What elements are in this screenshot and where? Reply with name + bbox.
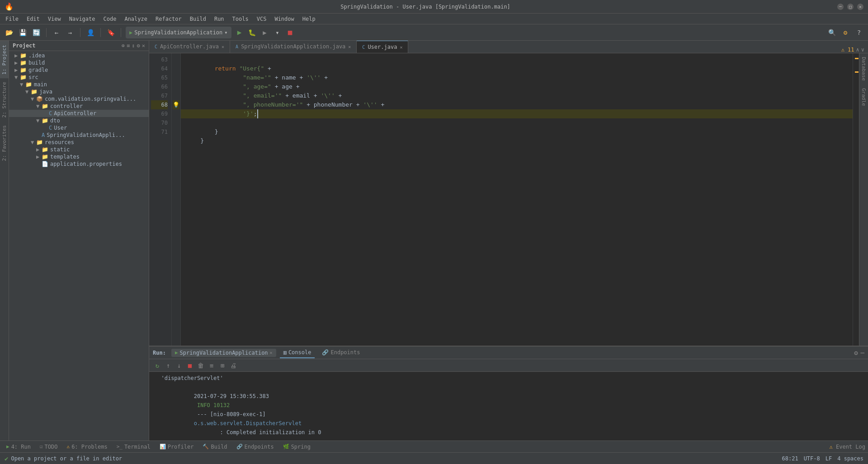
footer-tab-endpoints[interactable]: 🔗 Endpoints: [233, 443, 278, 451]
footer-tab-spring[interactable]: 🌿 Spring: [279, 443, 314, 451]
footer-tab-todo[interactable]: ☑ TODO: [36, 443, 61, 451]
toolbar-vcs-button[interactable]: 👤: [85, 27, 96, 38]
toolbar-open-button[interactable]: 📂: [4, 27, 14, 38]
cursor-position[interactable]: 68:21: [782, 455, 798, 462]
footer-tab-profiler[interactable]: 📊 Profiler: [156, 443, 198, 451]
menu-code[interactable]: Code: [100, 15, 120, 23]
gutter-warning-1: [855, 58, 859, 59]
settings-button[interactable]: ⚙: [840, 27, 851, 38]
gradle-panel-tab[interactable]: Gradle: [859, 84, 868, 110]
tree-item-controller[interactable]: ▼ 📁 controller: [9, 103, 149, 110]
scroll-up-button[interactable]: ↑: [164, 361, 173, 370]
tab-apicontroller-close[interactable]: ✕: [222, 44, 224, 49]
bottom-tab-console[interactable]: ▥ Console: [280, 347, 315, 358]
menu-edit[interactable]: Edit: [23, 15, 43, 23]
tree-item-main[interactable]: ▼ 📁 main: [9, 81, 149, 88]
settings-panel-icon[interactable]: ⚙: [137, 42, 140, 49]
tree-item-package[interactable]: ▼ 📦 com.validation.springvali...: [9, 95, 149, 103]
menu-refactor[interactable]: Refactor: [152, 15, 185, 23]
run-button[interactable]: ▶: [234, 27, 245, 38]
console-output[interactable]: 'dispatcherServlet' 2021-07-29 15:30:55.…: [149, 372, 868, 441]
window-controls[interactable]: ─ □ ✕: [837, 4, 863, 10]
tree-item-dto[interactable]: ▼ 📁 dto: [9, 117, 149, 124]
minimize-button[interactable]: ─: [837, 4, 844, 10]
toolbar-back-button[interactable]: ←: [51, 27, 62, 38]
menu-run[interactable]: Run: [211, 15, 228, 23]
tree-item-resources[interactable]: ▼ 📁 resources: [9, 139, 149, 146]
tab-apicontroller[interactable]: C ApiController.java ✕: [149, 41, 230, 53]
gear-icon-bottom[interactable]: ⚙: [854, 349, 858, 356]
filter-button[interactable]: ⊞: [218, 361, 227, 370]
run-more-button[interactable]: ▾: [272, 27, 283, 38]
encoding-label[interactable]: UTF-8: [804, 455, 820, 462]
tree-item-user[interactable]: C User: [9, 124, 149, 131]
menu-vcs[interactable]: VCS: [253, 15, 270, 23]
footer-tab-terminal[interactable]: >_ Terminal: [113, 443, 154, 451]
menu-build[interactable]: Build: [186, 15, 210, 23]
menu-window[interactable]: Window: [271, 15, 297, 23]
tab-user[interactable]: C User.java ✕: [357, 41, 408, 53]
tree-item-static[interactable]: ▶ 📁 static: [9, 146, 149, 153]
event-log-link[interactable]: ⚠ Event Log: [830, 444, 866, 450]
menu-file[interactable]: File: [2, 15, 22, 23]
sort-icon[interactable]: ↕: [132, 42, 135, 49]
tree-item-build[interactable]: ▶ 📁 build: [9, 59, 149, 66]
structure-panel-tab[interactable]: 2: Structure: [0, 78, 9, 121]
code-content[interactable]: return "User{" + "name='" + name + '\'' …: [181, 53, 853, 346]
tree-item-appprops[interactable]: 📄 application.properties: [9, 160, 149, 168]
bulb-icon[interactable]: 💡: [173, 102, 179, 108]
clear-console-button[interactable]: 🗑: [196, 361, 205, 370]
toolbar-sync-button[interactable]: 🔄: [31, 27, 42, 38]
minimize-panel-icon[interactable]: ─: [861, 349, 864, 356]
tab-springvalidationapp[interactable]: A SpringValidationApplication.java ✕: [230, 41, 357, 53]
stop-button[interactable]: ■: [285, 27, 296, 38]
run-coverage-button[interactable]: ▶: [259, 27, 270, 38]
menu-navigate[interactable]: Navigate: [66, 15, 99, 23]
menu-analyze[interactable]: Analyze: [121, 15, 151, 23]
tree-item-java[interactable]: ▼ 📁 java: [9, 88, 149, 95]
tree-item-idea[interactable]: ▶ 📁 .idea: [9, 52, 149, 59]
menu-tools[interactable]: Tools: [229, 15, 252, 23]
locate-icon[interactable]: ⊕: [122, 42, 125, 49]
project-config-dropdown[interactable]: ▶ SpringValidationApplication ▾: [126, 27, 231, 38]
footer-tab-build[interactable]: 🔨 Build: [199, 443, 231, 451]
editor-scroll-gutter[interactable]: [853, 53, 859, 346]
close-button[interactable]: ✕: [857, 4, 863, 10]
menu-help[interactable]: Help: [299, 15, 319, 23]
line-separator-label[interactable]: LF: [826, 455, 832, 462]
gutter-nav-down[interactable]: ∨: [861, 47, 864, 53]
tree-item-src[interactable]: ▼ 📁 src: [9, 74, 149, 81]
gutter-nav-up[interactable]: ∧: [856, 47, 859, 53]
fold-button[interactable]: ≡: [207, 361, 216, 370]
scroll-down-button[interactable]: ↓: [175, 361, 184, 370]
maximize-button[interactable]: □: [847, 4, 854, 10]
stop-run-button[interactable]: ■: [185, 361, 194, 370]
print-button[interactable]: 🖨: [229, 361, 238, 370]
tree-item-apicontroller[interactable]: C ApiController: [9, 110, 149, 117]
menu-view[interactable]: View: [44, 15, 65, 23]
indent-label[interactable]: 4 spaces: [837, 455, 863, 462]
search-everywhere-button[interactable]: 🔍: [826, 27, 837, 38]
toolbar-forward-button[interactable]: →: [65, 27, 75, 38]
favorites-panel-tab[interactable]: 2: Favorites: [0, 122, 9, 164]
debug-button[interactable]: 🐛: [247, 27, 258, 38]
tab-user-close[interactable]: ✕: [400, 45, 402, 50]
bottom-tab-endpoints[interactable]: 🔗 Endpoints: [318, 347, 363, 358]
footer-problems-label: 6: Problems: [71, 444, 107, 450]
footer-tab-run[interactable]: ▶ 4: Run: [3, 443, 34, 451]
toolbar-save-button[interactable]: 💾: [17, 27, 28, 38]
run-app-close[interactable]: ✕: [270, 350, 273, 355]
project-panel-tab[interactable]: 1: Project: [0, 41, 9, 78]
tree-item-gradle[interactable]: ▶ 📁 gradle: [9, 66, 149, 74]
toolbar-bookmark-button[interactable]: 🔖: [105, 27, 116, 38]
tab-springapp-close[interactable]: ✕: [348, 44, 351, 49]
database-panel-tab[interactable]: Database: [859, 53, 868, 84]
collapse-icon[interactable]: ≡: [127, 42, 130, 49]
help-button[interactable]: ?: [854, 27, 864, 38]
restart-run-button[interactable]: ↻: [153, 361, 162, 370]
run-app-badge[interactable]: ▶ SpringValidationApplication ✕: [171, 349, 276, 357]
footer-tab-problems[interactable]: ⚠ 6: Problems: [63, 443, 111, 451]
close-panel-icon[interactable]: ✕: [142, 42, 145, 49]
tree-item-templates[interactable]: ▶ 📁 templates: [9, 153, 149, 160]
tree-item-springapp[interactable]: A SpringValidationAppli...: [9, 131, 149, 139]
